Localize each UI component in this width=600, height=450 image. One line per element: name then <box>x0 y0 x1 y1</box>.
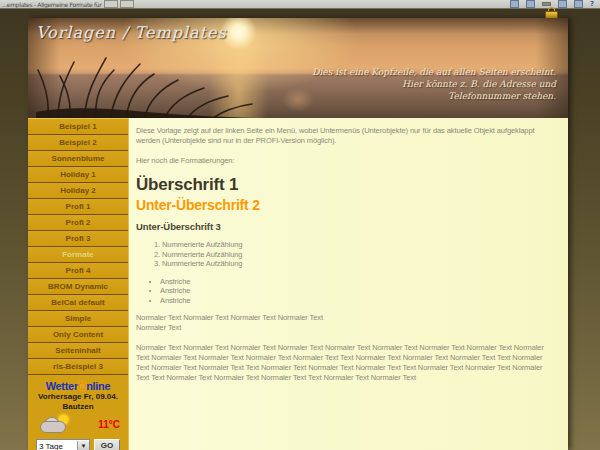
sidebar-item-simple[interactable]: Simple <box>28 311 128 327</box>
site-title: Vorlagen / Templates <box>36 23 227 42</box>
browser-toolbar-icons: ? <box>510 0 600 8</box>
sidebar-item-brom-dynamic[interactable]: BROM Dynamic <box>28 279 128 295</box>
normal-text-paragraph-1: Normaler Text Normaler Text Normaler Tex… <box>136 313 556 333</box>
formats-label: Hier noch die Formatierungen: <box>136 156 556 166</box>
heading-1: Überschrift 1 <box>136 180 556 190</box>
list-item: Anstriche <box>160 286 556 296</box>
heading-3: Unter-Überschrift 3 <box>136 222 556 232</box>
weather-widget: WetterOnline Vorhersage Fr, 09.04. Bautz… <box>28 380 128 450</box>
sidebar-item-seiteninhalt[interactable]: Seiteninhalt <box>28 343 128 359</box>
numbered-list: Nummerierte Aufzählung Nummerierte Aufzä… <box>136 240 556 269</box>
weather-city: Bautzen <box>28 402 128 412</box>
sidebar-item-beispiel-1[interactable]: Beispiel 1 <box>28 119 128 135</box>
list-item: Nummerierte Aufzählung <box>162 259 556 269</box>
go-button[interactable]: GO <box>94 439 120 450</box>
list-item: Nummerierte Aufzählung <box>162 250 556 260</box>
list-item: Anstriche <box>160 277 556 287</box>
header-tagline: Dies ist eine Kopfzeile, die auf allen S… <box>312 66 556 102</box>
list-item: Nummerierte Aufzählung <box>162 240 556 250</box>
site-container: Vorlagen / Templates Dies ist eine Kopfz… <box>28 18 568 450</box>
intro-paragraph: Diese Vorlage zeigt auf der linken Seite… <box>136 126 556 146</box>
minimize-icon[interactable] <box>542 2 551 6</box>
weather-controls: 3 Tage ▼ GO <box>28 439 128 450</box>
layout-icon[interactable] <box>526 0 535 8</box>
cascade-icon[interactable] <box>558 0 567 8</box>
weather-icon-row: 11°C <box>28 411 128 436</box>
browser-bar: ...emplates - Allgemeine Formate für Tex… <box>0 0 600 9</box>
logo-nline: nline <box>86 380 110 392</box>
cloud-base <box>40 421 66 433</box>
sidebar-item-holiday-1[interactable]: Holiday 1 <box>28 167 128 183</box>
weather-forecast-date: Vorhersage Fr, 09.04. <box>28 392 128 402</box>
tagline-line: Hier könnte z. B. die Adresse und <box>312 78 556 90</box>
sidebar-item-sonnenblume[interactable]: Sonnenblume <box>28 151 128 167</box>
browser-tab-stub[interactable] <box>120 0 134 8</box>
forecast-range-value: 3 Tage <box>37 442 77 450</box>
bullet-list: Anstriche Anstriche Anstriche <box>136 277 556 306</box>
sidebar: Beispiel 1 Beispiel 2 Sonnenblume Holida… <box>28 118 129 450</box>
list-item: Anstriche <box>160 296 556 306</box>
sidebar-item-belcal-default[interactable]: BelCal default <box>28 295 128 311</box>
sidebar-item-profi-2[interactable]: Profi 2 <box>28 215 128 231</box>
tagline-line: Telefonnummer stehen. <box>312 90 556 102</box>
sidebar-item-beispiel-2[interactable]: Beispiel 2 <box>28 135 128 151</box>
logo-sun-o-icon: O <box>78 380 86 392</box>
logo-wetter: Wetter <box>46 380 78 392</box>
help-icon[interactable]: ? <box>590 1 594 7</box>
navigation-menu: Beispiel 1 Beispiel 2 Sonnenblume Holida… <box>28 118 128 375</box>
sidebar-item-holiday-2[interactable]: Holiday 2 <box>28 183 128 199</box>
page-header-image: Vorlagen / Templates Dies ist eine Kopfz… <box>28 18 568 118</box>
browser-tab-stub[interactable] <box>104 0 118 8</box>
wetteronline-logo[interactable]: WetterOnline <box>28 380 128 392</box>
main-row: Beispiel 1 Beispiel 2 Sonnenblume Holida… <box>28 118 568 450</box>
sidebar-item-profi-1[interactable]: Profi 1 <box>28 199 128 215</box>
forecast-range-select[interactable]: 3 Tage ▼ <box>36 439 90 450</box>
tagline-line: Dies ist eine Kopfzeile, die auf allen S… <box>312 66 556 78</box>
chevron-down-icon[interactable]: ▼ <box>77 441 89 450</box>
temperature-value: 11°C <box>98 419 120 430</box>
normal-text-paragraph-2: Normaler Text Normaler Text Normaler Tex… <box>136 343 556 383</box>
page-icon[interactable] <box>574 0 583 8</box>
beach-grass-silhouette <box>36 48 266 118</box>
browser-tab-title[interactable]: ...emplates - Allgemeine Formate für Tex… <box>0 1 102 8</box>
print-icon[interactable] <box>510 0 519 8</box>
sidebar-item-profi-4[interactable]: Profi 4 <box>28 263 128 279</box>
sidebar-item-only-content[interactable]: Only Content <box>28 327 128 343</box>
sidebar-item-profi-3[interactable]: Profi 3 <box>28 231 128 247</box>
cloud-sun-icon <box>38 415 70 433</box>
sidebar-item-rls-beispiel-3[interactable]: rls-Beispiel 3 <box>28 359 128 375</box>
sidebar-item-formate[interactable]: Formate <box>28 247 128 263</box>
content-area: Diese Vorlage zeigt auf der linken Seite… <box>129 118 568 450</box>
heading-2: Unter-Überschrift 2 <box>136 200 556 210</box>
